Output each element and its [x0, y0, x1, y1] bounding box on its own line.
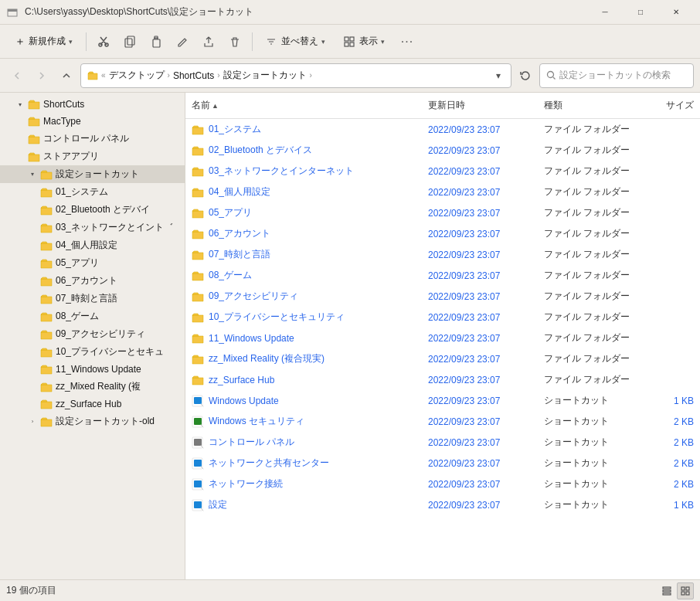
sidebar-item-controlpanel[interactable]: コントロール パネル [0, 130, 185, 148]
address-box[interactable]: « デスクトップ › ShortCuts › 設定ショートカット › ▾ [80, 63, 511, 88]
delete-button[interactable] [223, 29, 247, 54]
table-row[interactable]: 07_時刻と言語 2022/09/23 23:07 ファイル フォルダー [185, 244, 700, 265]
sidebar-item-03[interactable]: 03_ネットワークとイント゛ [0, 219, 185, 236]
col-header-type[interactable]: 種類 [538, 96, 638, 115]
sidebar-item-zzsurface[interactable]: zz_Surface Hub [0, 396, 185, 413]
paste-button[interactable] [144, 29, 168, 54]
table-row[interactable]: Windows Update 2022/09/23 23:07 ショートカット … [185, 390, 700, 411]
table-row[interactable]: 01_システム 2022/09/23 23:07 ファイル フォルダー [185, 119, 700, 140]
addressbar: « デスクトップ › ShortCuts › 設定ショートカット › ▾ 設定シ… [0, 59, 700, 93]
table-row[interactable]: 03_ネットワークとインターネット 2022/09/23 23:07 ファイル … [185, 161, 700, 182]
file-name-cell: コントロール パネル [185, 433, 422, 452]
table-row[interactable]: ネットワーク接続 2022/09/23 23:07 ショートカット 2 KB [185, 474, 700, 494]
col-header-name[interactable]: 名前 ▲ [185, 96, 422, 115]
table-row[interactable]: zz_Surface Hub 2022/09/23 23:07 ファイル フォル… [185, 369, 700, 390]
rename-button[interactable] [170, 29, 195, 54]
sort-button[interactable]: 並べ替え ▾ [257, 30, 334, 53]
file-date: 2022/09/23 23:07 [428, 229, 500, 239]
file-type: ファイル フォルダー [544, 352, 630, 365]
sidebar-item-04[interactable]: 04_個人用設定 [0, 236, 185, 254]
col-header-date[interactable]: 更新日時 [422, 96, 538, 115]
sidebar-item-11[interactable]: 11_Windows Update [0, 361, 185, 378]
copy-button[interactable] [117, 29, 142, 54]
search-box[interactable]: 設定ショートカットの検索 [539, 63, 694, 88]
folder-icon [40, 239, 53, 252]
table-row[interactable]: 10_プライバシーとセキュリティ 2022/09/23 23:07 ファイル フ… [185, 307, 700, 328]
table-row[interactable]: zz_Mixed Reality (複合現実) 2022/09/23 23:07… [185, 348, 700, 369]
sidebar-item-shortcuts[interactable]: ▾ ShortCuts [0, 96, 185, 113]
sidebar-item-06[interactable]: 06_アカウント [0, 272, 185, 290]
folder-icon [40, 381, 53, 393]
address-dropdown-icon[interactable]: ▾ [492, 70, 505, 82]
table-row[interactable]: 04_個人用設定 2022/09/23 23:07 ファイル フォルダー [185, 182, 700, 202]
sidebar-label: zz_Mixed Reality (複 [56, 380, 141, 393]
folder-icon [40, 398, 53, 410]
table-row[interactable]: 設定 2022/09/23 23:07 ショートカット 1 KB [185, 494, 700, 515]
table-row[interactable]: 05_アプリ 2022/09/23 23:07 ファイル フォルダー [185, 202, 700, 223]
table-row[interactable]: コントロール パネル 2022/09/23 23:07 ショートカット 2 KB [185, 432, 700, 453]
svg-rect-29 [686, 592, 689, 595]
minimize-button[interactable]: ─ [587, 0, 623, 25]
sidebar-item-settings-old[interactable]: › 設定ショートカット-old [0, 413, 185, 430]
sidebar-item-mactype[interactable]: MacType [0, 113, 185, 130]
folder-icon [192, 145, 204, 156]
file-date: 2022/09/23 23:07 [428, 333, 500, 344]
sidebar-item-08[interactable]: 08_ゲーム [0, 307, 185, 325]
filelist: 名前 ▲ 更新日時 種類 サイズ 01_システム 2022/09/23 23:0… [185, 93, 700, 579]
sidebar-item-settings-shortcut[interactable]: ▾ 設定ショートカット [0, 165, 185, 183]
folder-icon [192, 124, 204, 135]
file-size-cell: 2 KB [638, 413, 700, 430]
table-row[interactable]: Windows セキュリティ 2022/09/23 23:07 ショートカット … [185, 411, 700, 432]
file-date: 2022/09/23 23:07 [428, 458, 500, 469]
view-button[interactable]: 表示 ▾ [335, 30, 393, 53]
file-icon [192, 478, 204, 491]
up-button[interactable] [56, 65, 77, 87]
new-button[interactable]: ＋ 新規作成 ▾ [6, 30, 81, 53]
svg-rect-6 [345, 37, 348, 41]
table-row[interactable]: 06_アカウント 2022/09/23 23:07 ファイル フォルダー [185, 223, 700, 244]
maximize-button[interactable]: □ [623, 0, 658, 25]
file-name-cell: 05_アプリ [185, 203, 422, 222]
refresh-button[interactable] [515, 65, 536, 87]
list-view-button[interactable] [658, 582, 675, 599]
cut-button[interactable] [91, 29, 116, 54]
svg-rect-12 [194, 397, 202, 404]
sidebar-item-05[interactable]: 05_アプリ [0, 254, 185, 272]
file-date-cell: 2022/09/23 23:07 [422, 455, 538, 472]
detail-view-button[interactable] [677, 582, 694, 599]
file-size-cell [638, 294, 700, 300]
file-date-cell: 2022/09/23 23:07 [422, 413, 538, 430]
sidebar-item-01[interactable]: 01_システム [0, 183, 185, 201]
share-button[interactable] [196, 29, 221, 54]
table-row[interactable]: 09_アクセシビリティ 2022/09/23 23:07 ファイル フォルダー [185, 286, 700, 307]
file-name-text: zz_Surface Hub [209, 375, 274, 385]
col-header-size[interactable]: サイズ [638, 96, 700, 115]
sidebar-item-storeapps[interactable]: ストアアプリ [0, 148, 185, 165]
file-date: 2022/09/23 23:07 [428, 354, 500, 365]
forward-button[interactable] [31, 65, 53, 87]
close-button[interactable]: ✕ [658, 0, 694, 25]
table-row[interactable]: ネットワークと共有センター 2022/09/23 23:07 ショートカット 2… [185, 453, 700, 474]
folder-icon [40, 346, 53, 358]
file-size: 2 KB [674, 458, 694, 469]
table-row[interactable]: 02_Bluetooth とデバイス 2022/09/23 23:07 ファイル… [185, 140, 700, 161]
file-type-cell: ショートカット [538, 391, 638, 410]
sidebar-item-02[interactable]: 02_Bluetooth とデバイ [0, 201, 185, 219]
more-button[interactable]: ··· [395, 29, 420, 54]
table-row[interactable]: 08_ゲーム 2022/09/23 23:07 ファイル フォルダー [185, 265, 700, 286]
file-size-cell: 1 KB [638, 497, 700, 514]
svg-rect-3 [125, 39, 132, 47]
file-date-cell: 2022/09/23 23:07 [422, 392, 538, 409]
back-button[interactable] [6, 65, 28, 87]
sidebar-item-07[interactable]: 07_時刻と言語 [0, 290, 185, 307]
file-type: ファイル フォルダー [544, 206, 630, 219]
sidebar-item-09[interactable]: 09_アクセシビリティ [0, 325, 185, 343]
sidebar-item-10[interactable]: 10_プライバシーとセキュ [0, 343, 185, 361]
file-date: 2022/09/23 23:07 [428, 500, 500, 511]
sidebar-item-zzmixed[interactable]: zz_Mixed Reality (複 [0, 378, 185, 396]
window-controls[interactable]: ─ □ ✕ [587, 0, 694, 25]
table-row[interactable]: 11_Windows Update 2022/09/23 23:07 ファイル … [185, 328, 700, 348]
file-date-cell: 2022/09/23 23:07 [422, 142, 538, 159]
file-type: ショートカット [544, 415, 609, 428]
expand-icon: ▾ [15, 100, 25, 109]
